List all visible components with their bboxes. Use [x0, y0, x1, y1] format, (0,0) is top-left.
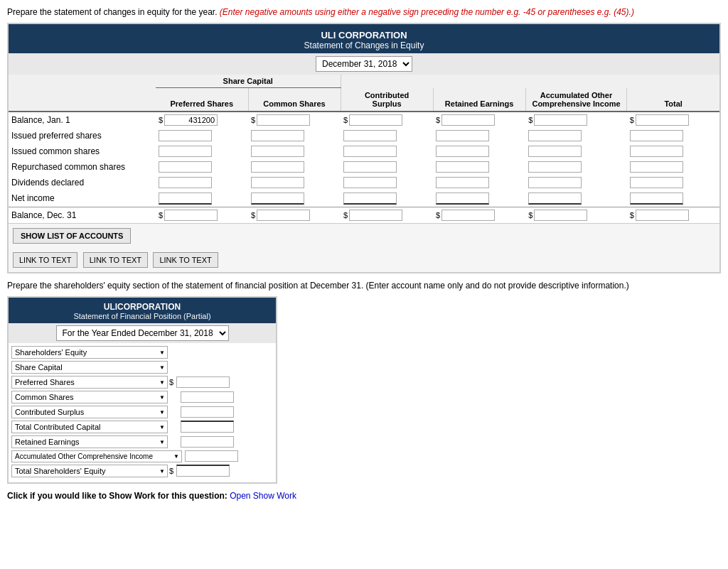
partial-input-contributed-surplus[interactable]	[181, 406, 234, 418]
list-item: Retained Earnings	[11, 435, 273, 448]
dollar-common-jan: $	[251, 116, 257, 124]
input-contrib-dividends[interactable]	[343, 177, 397, 188]
input-total-dec[interactable]	[636, 210, 689, 221]
date-row: December 31, 2018	[9, 53, 719, 75]
input-total-issued-common[interactable]	[630, 146, 683, 157]
input-contrib-net-income[interactable]	[343, 193, 397, 205]
input-total-dividends[interactable]	[630, 177, 683, 188]
stmt-table: Share Capital Preferred Shares Common Sh…	[9, 75, 719, 223]
dollar-pref-jan: $	[159, 116, 164, 124]
link-to-text-2[interactable]: LINK TO TEXT	[83, 252, 148, 268]
table-row: Dividends declared	[9, 175, 719, 190]
partial-input-preferred-shares[interactable]	[176, 376, 230, 388]
input-accum-jan[interactable]	[534, 114, 587, 126]
input-retained-repurchased[interactable]	[436, 161, 489, 173]
partial-date-row: For the Year Ended December 31, 2018	[9, 323, 276, 343]
col-contrib-header: ContributedSurplus	[341, 88, 433, 112]
partial-select-common-shares[interactable]: Common Shares	[11, 391, 168, 403]
partial-select-accum-other[interactable]: Accumulated Other Comprehensive Income	[11, 450, 182, 462]
input-accum-dividends[interactable]	[528, 177, 582, 188]
input-pref-issued-pref[interactable]	[159, 130, 212, 141]
input-retained-net-income[interactable]	[436, 193, 489, 205]
links-row: LINK TO TEXT LINK TO TEXT LINK TO TEXT	[9, 248, 719, 272]
input-retained-dividends[interactable]	[436, 177, 489, 188]
row-label-issued-pref: Issued preferred shares	[9, 128, 156, 143]
input-retained-issued-pref[interactable]	[436, 130, 489, 141]
input-total-net-income[interactable]	[630, 193, 683, 205]
partial-input-total-contributed[interactable]	[181, 421, 234, 433]
changes-equity-container: ULI CORPORATION Statement of Changes in …	[7, 23, 721, 273]
input-accum-net-income[interactable]	[528, 193, 582, 205]
input-common-issued-common[interactable]	[251, 146, 304, 157]
input-retained-jan[interactable]	[441, 114, 495, 126]
input-common-dec[interactable]	[257, 210, 310, 221]
link-to-text-1[interactable]: LINK TO TEXT	[13, 252, 77, 268]
instruction-italic-2: (Enter account name only and do not prov…	[366, 281, 629, 291]
partial-input-retained-earnings[interactable]	[181, 436, 234, 448]
partial-date-select[interactable]: For the Year Ended December 31, 2018	[56, 325, 229, 341]
input-accum-dec[interactable]	[534, 210, 587, 221]
input-total-repurchased[interactable]	[630, 161, 683, 173]
partial-input-common-shares[interactable]	[181, 391, 234, 403]
input-pref-issued-common[interactable]	[159, 146, 212, 157]
input-pref-dec[interactable]	[164, 210, 218, 221]
partial-select-contributed-surplus[interactable]: Contributed Surplus	[11, 406, 168, 418]
stmt-title: Statement of Changes in Equity	[11, 40, 717, 50]
partial-input-accum-other[interactable]	[185, 450, 238, 462]
link-to-text-3[interactable]: LINK TO TEXT	[153, 252, 218, 268]
col-retained-header: Retained Earnings	[433, 88, 525, 112]
list-item: Accumulated Other Comprehensive Income	[11, 450, 273, 462]
input-pref-repurchased[interactable]	[159, 161, 212, 173]
input-accum-repurchased[interactable]	[528, 161, 582, 173]
dollar-contrib-jan: $	[343, 116, 349, 124]
input-accum-issued-common[interactable]	[528, 146, 582, 157]
input-common-issued-pref[interactable]	[251, 130, 304, 141]
list-item: Shareholders' Equity	[11, 346, 273, 359]
dollar-accum-jan: $	[528, 116, 534, 124]
input-contrib-issued-common[interactable]	[343, 146, 397, 157]
row-label-dividends: Dividends declared	[9, 175, 156, 190]
partial-select-preferred-shares[interactable]: Preferred Shares	[11, 376, 168, 389]
input-retained-dec[interactable]	[441, 210, 495, 221]
input-common-dividends[interactable]	[251, 177, 304, 188]
instruction-text-1: Prepare the statement of changes in equi…	[7, 7, 218, 17]
input-contrib-dec[interactable]	[349, 210, 402, 221]
input-contrib-issued-pref[interactable]	[343, 130, 397, 141]
partial-input-total-shareholders[interactable]	[176, 465, 230, 477]
input-pref-jan[interactable]	[164, 114, 218, 126]
input-accum-issued-pref[interactable]	[528, 130, 582, 141]
dollar-total-shareholders-partial: $	[169, 467, 173, 475]
date-select[interactable]: December 31, 2018	[316, 56, 412, 72]
input-pref-net-income[interactable]	[159, 193, 212, 205]
instruction-text-2: Prepare the shareholders' equity section…	[7, 281, 366, 291]
partial-select-retained-earnings[interactable]: Retained Earnings	[11, 435, 168, 448]
input-total-jan[interactable]	[636, 114, 689, 126]
input-contrib-jan[interactable]	[349, 114, 402, 126]
table-row: Issued common shares	[9, 143, 719, 159]
input-contrib-repurchased[interactable]	[343, 161, 397, 173]
list-item: Common Shares	[11, 391, 273, 403]
input-total-issued-pref[interactable]	[630, 130, 683, 141]
partial-select-total-contributed[interactable]: Total Contributed Capital	[11, 421, 168, 433]
open-show-work-link[interactable]: Open Show Work	[230, 491, 296, 501]
input-common-jan[interactable]	[257, 114, 310, 126]
list-item: Preferred Shares $	[11, 376, 273, 389]
partial-container: ULICORPORATION Statement of Financial Po…	[7, 296, 277, 484]
instruction-italic-1: (Enter negative amounts using either a n…	[220, 7, 634, 17]
row-label-issued-common: Issued common shares	[9, 143, 156, 159]
input-pref-dividends[interactable]	[159, 177, 212, 188]
partial-select-shareholders-equity[interactable]: Shareholders' Equity	[11, 346, 168, 359]
dollar-accum-dec: $	[528, 211, 534, 220]
dollar-retained-jan: $	[436, 116, 441, 124]
input-retained-issued-common[interactable]	[436, 146, 489, 157]
partial-rows: Shareholders' Equity Share Capital Prefe…	[9, 343, 276, 482]
partial-select-total-shareholders[interactable]: Total Shareholders' Equity	[11, 465, 168, 477]
instruction-1: Prepare the statement of changes in equi…	[7, 7, 721, 17]
dollar-total-dec: $	[630, 211, 636, 220]
input-common-repurchased[interactable]	[251, 161, 304, 173]
show-list-button[interactable]: SHOW LIST OF ACCOUNTS	[13, 228, 131, 244]
partial-stmt-title: Statement of Financial Position (Partial…	[11, 312, 273, 320]
partial-select-share-capital[interactable]: Share Capital	[11, 361, 168, 374]
partial-corp-name: ULICORPORATION	[11, 302, 273, 312]
input-common-net-income[interactable]	[251, 193, 304, 205]
